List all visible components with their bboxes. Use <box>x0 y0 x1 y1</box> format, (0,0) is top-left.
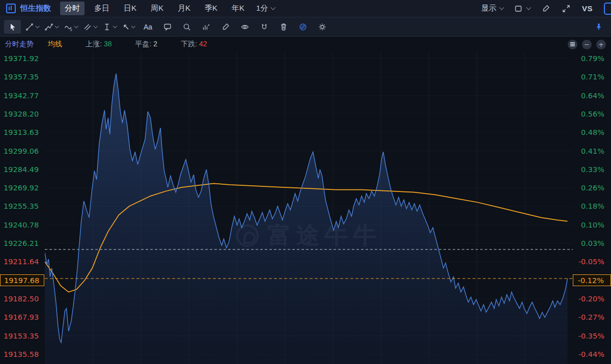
decliners-stat: 下跌:42 <box>181 40 207 49</box>
fullscreen-button[interactable] <box>562 4 571 13</box>
channel-tool-button[interactable] <box>81 20 98 34</box>
percent-tick: 0.03% <box>581 239 604 247</box>
wave-icon: 3 <box>64 22 73 32</box>
search-icon <box>182 22 191 32</box>
price-tick: 19167.93 <box>4 313 39 321</box>
trash-icon <box>279 22 288 32</box>
percent-tick: 0.56% <box>581 110 604 118</box>
tab-multiday[interactable]: 多日 <box>90 2 114 15</box>
minus-icon: − <box>584 41 590 48</box>
percent-tick: 0.18% <box>581 202 604 210</box>
drawing-toolbar: 3 ↖ Aa <box>0 17 611 37</box>
measure-icon <box>102 22 112 32</box>
percent-tick: 0.10% <box>581 221 604 229</box>
settings-button[interactable] <box>314 20 330 34</box>
expand-icon <box>562 4 571 13</box>
brush-tool-button[interactable] <box>217 20 234 34</box>
zoom-out-button[interactable]: − <box>582 40 592 49</box>
decliners-count: 42 <box>199 40 207 48</box>
magnet-button[interactable] <box>256 20 272 34</box>
magnet-icon <box>260 22 269 32</box>
arrow-mark-tool-button[interactable]: ↖ <box>120 20 137 34</box>
delete-button[interactable] <box>275 20 292 34</box>
comment-tool-button[interactable] <box>159 20 176 34</box>
trend-line-tool-button[interactable] <box>23 20 40 34</box>
percent-tick: -0.20% <box>578 295 604 303</box>
chart-options-button[interactable] <box>568 40 577 49</box>
unchanged-label: 平盘: <box>135 40 151 48</box>
display-label: 显示 <box>481 4 496 13</box>
percent-tick: 0.64% <box>581 92 604 100</box>
percent-tick: 0.26% <box>581 184 604 192</box>
pen-icon <box>541 4 550 13</box>
chevron-down-icon <box>35 24 39 28</box>
cursor-icon <box>8 22 17 32</box>
chevron-down-icon <box>271 5 276 10</box>
chart-area: 富途牛牛 19371.9219357.3519342.7719328.20193… <box>0 52 611 364</box>
brush-icon <box>221 22 230 32</box>
chart-window-icon[interactable] <box>6 4 16 13</box>
pin-button[interactable] <box>590 20 607 34</box>
text-tool-icon: Aa <box>144 23 152 31</box>
chevron-down-icon <box>54 24 59 28</box>
plot-svg[interactable] <box>45 52 573 364</box>
percent-tick: 0.33% <box>581 165 604 174</box>
chevron-down-icon <box>526 5 531 10</box>
price-tick: 19255.35 <box>4 202 39 210</box>
chart-annotate-button[interactable] <box>198 20 214 34</box>
price-tick: 19371.92 <box>4 54 39 63</box>
percent-tick: -0.05% <box>578 258 604 266</box>
price-tick: 19211.64 <box>4 258 39 266</box>
unchanged-stat: 平盘:2 <box>135 40 157 49</box>
tab-weekly-k[interactable]: 周K <box>146 2 168 15</box>
menu-icon <box>570 44 575 45</box>
percent-tick: 0.79% <box>581 54 604 63</box>
percent-tick: 0.41% <box>581 147 604 155</box>
visibility-button[interactable] <box>236 20 253 34</box>
sync-button[interactable] <box>294 20 311 34</box>
sidebar-toggle-icon[interactable] <box>604 3 611 15</box>
trading-app-window: 恒生指数 分时 多日 日K 周K 月K 季K 年K 1分 显示 <box>0 0 611 364</box>
interval-value: 1分 <box>256 4 268 13</box>
polyline-tool-button[interactable] <box>43 20 60 34</box>
zoom-in-button[interactable]: + <box>596 40 606 49</box>
price-tick: 19182.50 <box>4 295 39 303</box>
tab-intraday[interactable]: 分时 <box>60 2 85 15</box>
top-bar-right: 显示 VS <box>481 3 605 15</box>
price-tick: 19357.35 <box>4 73 39 81</box>
search-button[interactable] <box>178 20 195 34</box>
tab-quarterly-k[interactable]: 季K <box>200 2 222 15</box>
percent-tick: -0.35% <box>578 332 604 340</box>
chart-annotate-icon <box>202 22 211 32</box>
price-tick: 19299.06 <box>4 147 39 155</box>
period-tabs: 分时 多日 日K 周K 月K 季K 年K <box>60 2 249 15</box>
top-bar: 恒生指数 分时 多日 日K 周K 月K 季K 年K 1分 显示 <box>0 0 611 17</box>
wave-tool-button[interactable]: 3 <box>62 20 79 34</box>
decliners-label: 下跌: <box>181 40 197 48</box>
text-tool-button[interactable]: Aa <box>140 20 156 34</box>
svg-text:3: 3 <box>70 28 72 32</box>
advancers-label: 上涨: <box>86 40 102 48</box>
tab-daily-k[interactable]: 日K <box>119 2 141 15</box>
layout-icon <box>514 4 523 13</box>
vs-button[interactable]: VS <box>582 4 593 13</box>
measure-tool-button[interactable] <box>101 20 118 34</box>
percent-tick: 0.48% <box>581 128 604 136</box>
price-tick: 19269.92 <box>4 184 39 192</box>
current-price-label: 19197.68 <box>0 274 44 286</box>
tab-yearly-k[interactable]: 年K <box>227 2 249 15</box>
price-tick: 19226.21 <box>4 239 39 247</box>
chevron-down-icon <box>74 24 78 28</box>
price-tick: 19313.63 <box>4 128 39 136</box>
chart-info-bar: 分时走势 均线 上涨:38 平盘:2 下跌:42 − + <box>0 37 611 52</box>
pen-button[interactable] <box>541 4 550 13</box>
display-menu[interactable]: 显示 <box>481 4 503 13</box>
pin-icon <box>594 22 603 32</box>
interval-select[interactable]: 1分 <box>256 4 274 13</box>
pointer-tool-button[interactable] <box>4 20 21 34</box>
polyline-icon <box>44 22 53 32</box>
tab-monthly-k[interactable]: 月K <box>173 2 195 15</box>
layout-select[interactable] <box>514 4 530 13</box>
plus-icon: + <box>598 41 604 48</box>
advancers-stat: 上涨:38 <box>86 40 112 49</box>
